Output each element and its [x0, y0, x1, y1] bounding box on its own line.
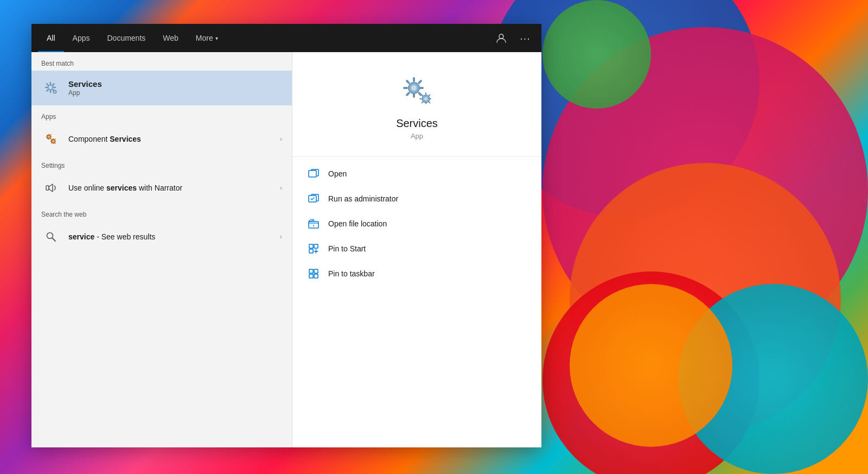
chevron-right-icon-2: ›	[280, 184, 282, 192]
component-services-item[interactable]: Component Services ›	[31, 124, 292, 154]
component-services-label: Component Services	[68, 135, 280, 143]
web-search-icon	[41, 227, 61, 247]
tab-more-label: More	[196, 34, 213, 42]
best-match-text: Services App	[68, 79, 102, 97]
narrator-icon	[41, 178, 61, 198]
svg-point-2	[49, 86, 52, 89]
pin-to-start-action[interactable]: Pin to Start	[292, 236, 541, 261]
pin-to-taskbar-action[interactable]: Pin to taskbar	[292, 261, 541, 286]
pin-to-start-label: Pin to Start	[328, 244, 366, 253]
svg-point-4	[54, 91, 56, 93]
ellipsis-icon: ···	[520, 32, 531, 45]
open-label: Open	[328, 169, 347, 178]
svg-point-0	[499, 34, 503, 39]
narrator-services-label: Use online services with Narrator	[68, 184, 280, 192]
open-action[interactable]: Open	[292, 161, 541, 186]
open-file-location-action[interactable]: Open file location	[292, 211, 541, 236]
search-window: All Apps Documents Web More ▾	[31, 24, 541, 447]
best-match-item[interactable]: Services App	[31, 71, 292, 105]
tab-documents[interactable]: Documents	[98, 24, 154, 52]
run-as-admin-icon	[308, 193, 320, 205]
pin-to-taskbar-icon	[308, 268, 320, 280]
nav-actions: ···	[492, 28, 535, 48]
tab-all-label: All	[47, 34, 55, 42]
left-panel: Best match	[31, 52, 292, 447]
actions-list: Open Run as administrator	[292, 157, 541, 290]
services-icon	[41, 78, 61, 98]
svg-rect-23	[309, 269, 313, 273]
svg-rect-16	[309, 170, 316, 177]
component-services-icon	[41, 129, 61, 149]
svg-point-10	[47, 233, 53, 239]
svg-rect-24	[314, 269, 318, 273]
open-file-location-icon-svg	[308, 218, 319, 229]
chevron-down-icon: ▾	[215, 35, 218, 41]
settings-section-label: Settings	[31, 154, 292, 173]
pin-to-start-icon	[308, 243, 320, 255]
best-match-title: Services	[68, 79, 102, 89]
service-web-search-item[interactable]: service - See web results ›	[31, 222, 292, 252]
chevron-right-icon-3: ›	[280, 233, 282, 241]
pin-to-start-icon-svg	[308, 243, 319, 254]
run-as-admin-action[interactable]: Run as administrator	[292, 186, 541, 211]
tab-apps[interactable]: Apps	[64, 24, 99, 52]
app-preview-subtitle: App	[411, 132, 423, 140]
tab-apps-label: Apps	[73, 34, 90, 42]
service-web-search-label: service - See web results	[68, 232, 280, 241]
bg-blob-green	[542, 0, 651, 109]
svg-point-15	[424, 97, 427, 100]
run-as-admin-label: Run as administrator	[328, 194, 398, 203]
tab-web[interactable]: Web	[154, 24, 187, 52]
svg-rect-26	[314, 274, 318, 278]
best-match-label: Best match	[31, 52, 292, 71]
chevron-right-icon: ›	[280, 135, 282, 143]
bg-blob-yellow	[570, 284, 732, 447]
svg-rect-21	[314, 244, 318, 248]
app-preview-gear-icon	[400, 74, 435, 109]
user-icon	[496, 33, 507, 43]
right-panel: Services App Open	[292, 52, 541, 447]
open-icon-svg	[308, 168, 319, 179]
svg-point-6	[48, 136, 50, 138]
best-match-subtitle: App	[68, 89, 102, 97]
svg-rect-17	[309, 195, 316, 202]
open-icon	[308, 168, 320, 180]
run-as-admin-icon-svg	[308, 193, 319, 204]
app-preview-icon	[400, 74, 435, 109]
svg-rect-25	[309, 274, 313, 278]
more-options-button[interactable]: ···	[515, 28, 535, 48]
tab-documents-label: Documents	[107, 34, 145, 42]
svg-point-13	[411, 85, 417, 91]
web-search-icon-svg	[46, 231, 56, 242]
tab-all[interactable]: All	[38, 24, 64, 52]
narrator-icon-svg	[45, 182, 57, 194]
gear-icon-svg	[42, 79, 60, 97]
component-icon-svg	[44, 132, 58, 146]
open-file-location-label: Open file location	[328, 219, 387, 228]
content-area: Best match	[31, 52, 541, 447]
search-web-section-label: Search the web	[31, 203, 292, 222]
nav-bar: All Apps Documents Web More ▾	[31, 24, 541, 52]
app-preview-title: Services	[396, 117, 438, 130]
pin-to-taskbar-icon-svg	[308, 268, 319, 279]
svg-point-8	[53, 141, 54, 142]
tab-more[interactable]: More ▾	[187, 24, 227, 52]
tab-web-label: Web	[163, 34, 178, 42]
apps-section-label: Apps	[31, 105, 292, 124]
svg-rect-22	[309, 249, 313, 253]
narrator-services-item[interactable]: Use online services with Narrator ›	[31, 173, 292, 203]
user-icon-button[interactable]	[492, 28, 511, 48]
app-preview: Services App	[292, 52, 541, 157]
pin-to-taskbar-label: Pin to taskbar	[328, 269, 375, 278]
svg-line-11	[53, 238, 56, 242]
open-file-location-icon	[308, 218, 320, 230]
svg-rect-20	[309, 244, 313, 248]
nav-tabs: All Apps Documents Web More ▾	[38, 24, 492, 52]
